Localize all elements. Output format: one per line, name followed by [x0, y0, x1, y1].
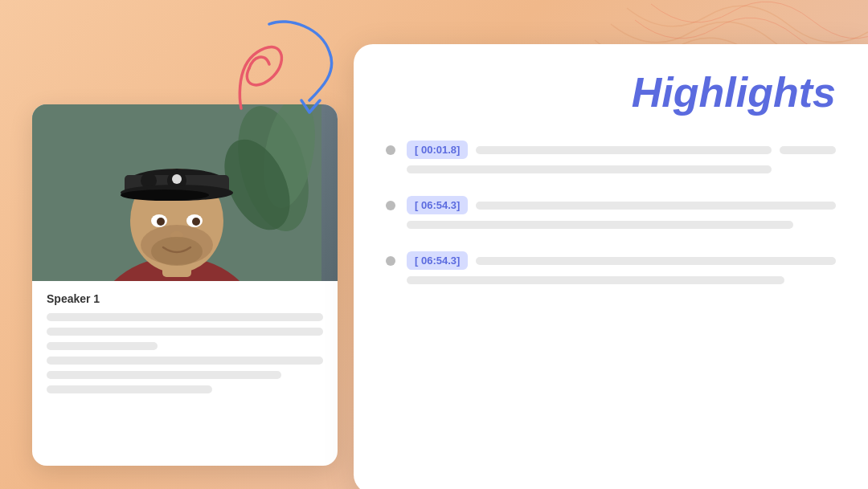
highlight-row-3: [ 06:54.3] [407, 251, 836, 270]
text-block-1b [780, 146, 836, 154]
speaker-card: Speaker 1 [32, 104, 338, 466]
highlight-content-2: [ 06:54.3] [407, 196, 836, 229]
speaker-name: Speaker 1 [47, 292, 323, 305]
highlight-content-3: [ 06:54.3] [407, 251, 836, 284]
svg-point-27 [151, 237, 203, 266]
text-line-6 [47, 385, 212, 393]
timestamp-1[interactable]: [ 00:01.8] [407, 141, 468, 159]
bullet-3 [386, 256, 395, 266]
text-block-3b [407, 276, 784, 284]
text-line-3 [47, 342, 158, 350]
text-block-2b [407, 221, 793, 229]
highlights-card: Highlights [ 00:01.8] [ 06:54.3] [354, 44, 868, 489]
highlight-item-3: [ 06:54.3] [386, 251, 836, 284]
timestamp-3[interactable]: [ 06:54.3] [407, 251, 468, 270]
text-block-2a [476, 202, 836, 210]
highlight-content-1: [ 00:01.8] [407, 141, 836, 173]
bullet-1 [386, 145, 395, 155]
decorative-arrow [225, 20, 354, 124]
video-thumbnail [32, 104, 338, 281]
svg-point-19 [172, 174, 182, 184]
svg-point-24 [157, 218, 165, 226]
highlights-title: Highlights [386, 68, 836, 116]
text-line-2 [47, 328, 323, 336]
highlight-item-1: [ 00:01.8] [386, 141, 836, 173]
text-line-4 [47, 357, 323, 365]
svg-point-25 [192, 218, 200, 226]
text-block-3a [476, 257, 836, 265]
highlight-item-2: [ 06:54.3] [386, 196, 836, 229]
speaker-info: Speaker 1 [32, 281, 338, 411]
text-line-1 [47, 313, 323, 321]
text-block-1c [407, 165, 772, 173]
timestamp-2[interactable]: [ 06:54.3] [407, 196, 468, 214]
text-line-5 [47, 371, 281, 379]
bullet-2 [386, 201, 395, 210]
svg-point-21 [121, 189, 209, 201]
highlight-row-1: [ 00:01.8] [407, 141, 836, 159]
text-block-1a [476, 146, 772, 154]
highlight-row-2: [ 06:54.3] [407, 196, 836, 214]
